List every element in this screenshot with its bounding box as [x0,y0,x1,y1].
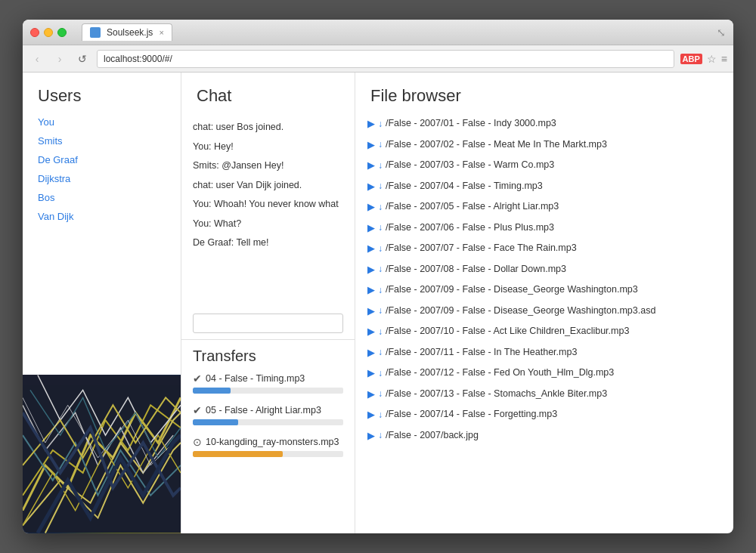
list-item: ▶ ↓ /False - 2007/13 - False - Stomachs_… [363,384,726,405]
play-icon[interactable]: ▶ [367,137,375,153]
download-icon[interactable]: ↓ [378,428,383,442]
play-icon[interactable]: ▶ [367,262,375,277]
refresh-button[interactable]: ↺ [74,51,91,67]
play-icon[interactable]: ▶ [367,407,375,422]
list-item: ▶ ↓ /False - 2007/09 - False - Disease_G… [363,280,726,301]
file-name: /False - 2007/07 - False - Face The Rain… [386,241,577,255]
transfer-progress-bar [193,419,343,425]
transfer-item: ✔ 04 - False - Timing.mp3 [193,372,343,394]
download-icon[interactable]: ↓ [378,137,383,151]
play-icon[interactable]: ▶ [367,324,375,339]
adblock-icon: ABP [680,54,702,64]
download-icon[interactable]: ↓ [378,283,383,297]
address-icons: ABP ☆ ≡ [680,53,727,65]
play-icon[interactable]: ▶ [367,241,375,256]
chat-message: chat: user Bos joined. [193,121,343,134]
close-button[interactable] [30,28,39,37]
user-item-dijkstra[interactable]: Dijkstra [38,170,166,187]
download-icon[interactable]: ↓ [378,387,383,400]
download-icon[interactable]: ↓ [378,325,383,338]
file-name: /False - 2007/13 - False - Stomachs_Ankl… [386,387,607,401]
download-icon[interactable]: ↓ [378,179,383,193]
list-item: ▶ ↓ /False - 2007/07 - False - Face The … [363,238,726,259]
download-icon[interactable]: ↓ [378,117,383,131]
chat-message: Smits: @Jansen Hey! [193,159,343,173]
tab-close-button[interactable]: × [159,28,163,37]
transfer-name: ✔ 05 - False - Alright Liar.mp3 [193,404,343,416]
play-icon[interactable]: ▶ [367,199,375,215]
active-tab[interactable]: Soulseek.js × [82,23,172,41]
play-icon[interactable]: ▶ [367,304,375,319]
list-item: ▶ ↓ /False - 2007/08 - False - Dollar Do… [363,259,726,280]
play-icon[interactable]: ▶ [367,158,375,173]
play-icon[interactable]: ▶ [367,179,375,194]
chat-message: You: What? [193,218,343,231]
list-item: ▶ ↓ /False - 2007/04 - False - Timing.mp… [363,176,726,197]
transfer-progress-fill [193,388,231,394]
chat-message: You: Hey! [193,141,343,154]
download-icon[interactable]: ↓ [378,200,383,214]
list-item: ▶ ↓ /False - 2007/back.jpg [363,425,726,446]
maximize-button[interactable] [57,28,67,37]
filebrowser-header: File browser [355,73,733,113]
chat-header: Chat [181,73,355,113]
user-item-you[interactable]: You [38,113,166,131]
users-list: You Smits De Graaf Dijkstra Bos Van Dijk [23,113,181,225]
transfer-filename: 05 - False - Alright Liar.mp3 [206,405,321,416]
play-icon[interactable]: ▶ [367,366,375,381]
download-icon[interactable]: ↓ [378,345,383,359]
download-icon[interactable]: ↓ [378,221,383,234]
file-name: /False - 2007/14 - False - Forgetting.mp… [386,407,557,422]
file-name: /False - 2007/12 - False - Fed On Youth_… [386,366,614,380]
play-icon[interactable]: ▶ [367,116,375,131]
minimize-button[interactable] [44,28,53,37]
file-name: /False - 2007/06 - False - Plus Plus.mp3 [386,221,554,235]
user-item-vandijk[interactable]: Van Dijk [38,208,166,225]
file-name: /False - 2007/09 - False - Disease_Georg… [386,283,638,297]
download-icon[interactable]: ↓ [378,408,383,422]
window-resize-icon: ⤡ [717,26,726,39]
play-icon[interactable]: ▶ [367,345,375,360]
play-icon[interactable]: ▶ [367,283,375,298]
app-content: Users You Smits De Graaf Dijkstra Bos Va… [23,73,733,533]
transfer-filename: 10-kangding_ray-monsters.mp3 [206,437,339,447]
download-icon[interactable]: ↓ [378,262,383,276]
forward-button[interactable]: › [51,51,68,67]
file-name: /False - 2007/02 - False - Meat Me In Th… [386,137,607,152]
user-item-bos[interactable]: Bos [38,189,166,206]
transfer-name: ⊙ 10-kangding_ray-monsters.mp3 [193,436,343,448]
tab-favicon [90,27,101,38]
play-icon[interactable]: ▶ [367,387,375,402]
menu-icon[interactable]: ≡ [721,53,727,65]
user-item-degraaf[interactable]: De Graaf [38,151,166,168]
list-item: ▶ ↓ /False - 2007/05 - False - Alright L… [363,196,726,218]
list-item: ▶ ↓ /False - 2007/03 - False - Warm Co.m… [363,155,726,176]
chat-input[interactable] [193,314,343,333]
album-art [23,375,181,533]
download-icon[interactable]: ↓ [378,366,383,380]
list-item: ▶ ↓ /False - 2007/14 - False - Forgettin… [363,404,726,425]
download-icon[interactable]: ↓ [378,242,383,255]
download-icon[interactable]: ↓ [378,304,383,317]
users-panel: Users You Smits De Graaf Dijkstra Bos Va… [23,73,181,533]
bookmark-icon[interactable]: ☆ [707,53,717,65]
tab-title: Soulseek.js [107,27,153,38]
file-name: /False - 2007/04 - False - Timing.mp3 [386,179,543,193]
transfer-progress-bar [193,388,343,394]
address-input[interactable] [97,50,674,68]
transfer-filename: 04 - False - Timing.mp3 [206,373,305,384]
transfer-pending-icon: ⊙ [193,436,202,448]
play-icon[interactable]: ▶ [367,221,375,236]
download-icon[interactable]: ↓ [378,159,383,172]
file-name: /False - 2007/09 - False - Disease_Georg… [386,304,655,318]
back-button[interactable]: ‹ [29,51,45,67]
list-item: ▶ ↓ /False - 2007/11 - False - In The He… [363,342,726,363]
user-item-smits[interactable]: Smits [38,132,166,150]
browser-window: Soulseek.js × ⤡ ‹ › ↺ ABP ☆ ≡ Users You … [23,20,733,533]
transfers-header: Transfers [193,348,343,365]
play-icon[interactable]: ▶ [367,428,375,443]
transfer-complete-icon: ✔ [193,404,202,416]
file-name: /False - 2007/10 - False - Act Like Chil… [386,324,629,338]
transfer-progress-fill [193,419,238,425]
list-item: ▶ ↓ /False - 2007/09 - False - Disease_G… [363,301,726,322]
